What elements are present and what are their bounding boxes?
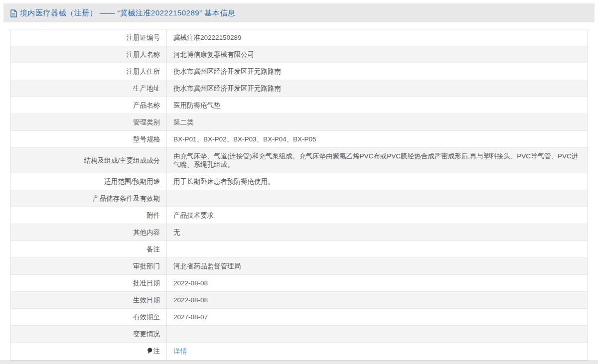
content-card: 境内医疗器械（注册） —— “冀械注准20222150289” 基本信息 注册证… [0, 0, 598, 360]
table-body: 注册证编号 冀械注准20222150289 注册人名称 河北博信康复器械有限公司… [10, 29, 588, 361]
row-label: 注册证编号 [10, 29, 167, 46]
page-title: 境内医疗器械（注册） —— “冀械注准20222150289” 基本信息 [20, 8, 235, 18]
row-label: 变更情况 [10, 326, 167, 343]
row-value: BX-P01、BX-P02、BX-P03、BX-P04、BX-P05 [167, 131, 588, 148]
table-row: 管理类别 第二类 [10, 114, 588, 131]
row-value: 河北博信康复器械有限公司 [167, 46, 588, 63]
row-value [167, 241, 588, 258]
row-value: 医用防褥疮气垫 [167, 97, 588, 114]
row-label: 注册人住所 [10, 63, 167, 80]
row-value: 2022-08-08 [167, 292, 588, 309]
table-row: 生效日期 2022-08-08 [10, 292, 588, 309]
table-row: 批准日期 2022-08-08 [10, 275, 588, 292]
bulb-icon [147, 348, 152, 356]
row-label: 生效日期 [10, 292, 167, 309]
row-label: 有效期至 [10, 309, 167, 326]
table-row: 附件 产品技术要求 [10, 207, 588, 224]
row-label: 注册人名称 [10, 46, 167, 63]
row-value: 2022-08-08 [167, 275, 588, 292]
row-label: 结构及组成/主要组成成分 [10, 148, 167, 173]
row-value: 用于长期卧床患者预防褥疮使用。 [167, 173, 588, 190]
table-container: 注册证编号 冀械注准20222150289 注册人名称 河北博信康复器械有限公司… [0, 22, 598, 361]
row-value: 第二类 [167, 114, 588, 131]
row-label: 型号规格 [10, 131, 167, 148]
row-label: 注 [10, 343, 167, 361]
row-label: 备注 [10, 241, 167, 258]
table-row: 备注 [10, 241, 588, 258]
row-label: 管理类别 [10, 114, 167, 131]
row-value: 衡水市冀州区经济开发区开元路路南 [167, 80, 588, 97]
table-row: 审批部门 河北省药品监督管理局 [10, 258, 588, 275]
row-value: 冀械注准20222150289 [167, 29, 588, 46]
table-row: 型号规格 BX-P01、BX-P02、BX-P03、BX-P04、BX-P05 [10, 131, 588, 148]
table-row: 注册人名称 河北博信康复器械有限公司 [10, 46, 588, 63]
registration-info-table: 注册证编号 冀械注准20222150289 注册人名称 河北博信康复器械有限公司… [10, 29, 588, 361]
page-header: 境内医疗器械（注册） —— “冀械注准20222150289” 基本信息 [3, 3, 595, 22]
document-icon [10, 9, 17, 17]
row-value: 无 [167, 224, 588, 241]
row-label: 批准日期 [10, 275, 167, 292]
table-row: 结构及组成/主要组成成分 由充气床垫、气道(连接管)和充气泵组成。充气床垫由聚氯… [10, 148, 588, 173]
row-value: 由充气床垫、气道(连接管)和充气泵组成。充气床垫由聚氯乙烯PVC布或PVC膜经热… [167, 148, 588, 173]
table-row: 变更情况 [10, 326, 588, 343]
row-value: 产品技术要求 [167, 207, 588, 224]
row-value: 详情 [167, 343, 588, 361]
row-label: 产品名称 [10, 97, 167, 114]
row-label: 审批部门 [10, 258, 167, 275]
row-value [167, 190, 588, 207]
table-row: 注 详情 [10, 343, 588, 361]
table-row: 注册人住所 衡水市冀州区经济开发区开元路路南 [10, 63, 588, 80]
row-value [167, 326, 588, 343]
table-row: 有效期至 2027-08-07 [10, 309, 588, 326]
table-row: 其他内容 无 [10, 224, 588, 241]
row-label: 附件 [10, 207, 167, 224]
table-row: 适用范围/预期用途 用于长期卧床患者预防褥疮使用。 [10, 173, 588, 190]
table-row: 产品名称 医用防褥疮气垫 [10, 97, 588, 114]
row-label: 适用范围/预期用途 [10, 173, 167, 190]
row-label: 产品储存条件及有效期 [10, 190, 167, 207]
table-row: 生产地址 衡水市冀州区经济开发区开元路路南 [10, 80, 588, 97]
table-row: 注册证编号 冀械注准20222150289 [10, 29, 588, 46]
row-value: 河北省药品监督管理局 [167, 258, 588, 275]
table-row: 产品储存条件及有效期 [10, 190, 588, 207]
details-link[interactable]: 详情 [173, 348, 187, 355]
row-value: 衡水市冀州区经济开发区开元路路南 [167, 63, 588, 80]
row-label: 其他内容 [10, 224, 167, 241]
row-label: 生产地址 [10, 80, 167, 97]
row-value: 2027-08-07 [167, 309, 588, 326]
